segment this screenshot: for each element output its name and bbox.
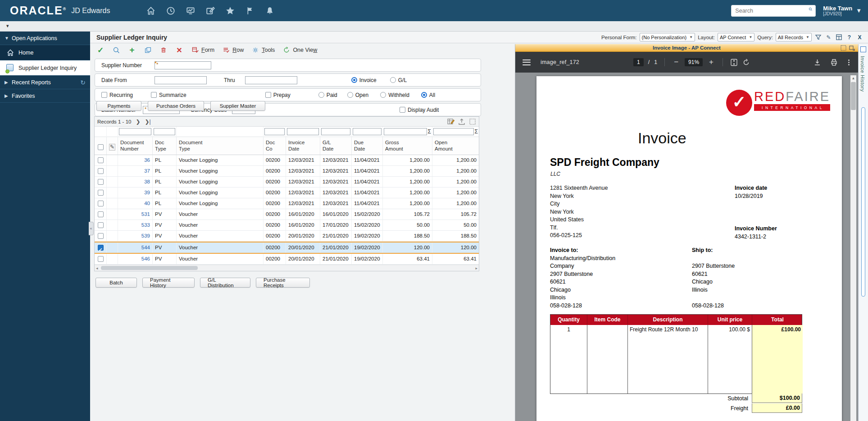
summarize-option[interactable]: Summarize <box>151 92 186 98</box>
query-select[interactable]: All Records▼ <box>776 33 812 41</box>
scroll-left-icon[interactable]: ◂ <box>96 265 98 271</box>
doc-number-link[interactable]: 38 <box>144 179 150 184</box>
col-doc-number[interactable]: Document Number <box>118 137 153 155</box>
doc-number-link[interactable]: 39 <box>144 190 150 195</box>
table-row[interactable]: 539 PV Voucher 00200 20/01/2020 21/01/20… <box>95 231 479 242</box>
filter-gross-amount[interactable] <box>384 128 427 135</box>
doc-number-link[interactable]: 533 <box>141 222 150 228</box>
dock-scrollbar-thumb[interactable] <box>861 107 865 297</box>
batch-button[interactable]: Batch <box>95 278 137 288</box>
find-icon[interactable] <box>112 46 120 54</box>
scroll-up-icon[interactable]: ▲ <box>850 75 856 81</box>
row-checkbox[interactable] <box>98 222 104 228</box>
search-icon[interactable] <box>809 7 813 14</box>
col-invoice-date[interactable]: Invoice Date <box>286 137 320 155</box>
thru-input[interactable] <box>245 76 297 84</box>
reports-monitor-icon[interactable] <box>186 6 195 16</box>
hamburger-menu-icon[interactable] <box>523 59 531 65</box>
filter-due-date[interactable] <box>353 128 382 135</box>
clock-icon[interactable] <box>166 6 176 16</box>
menu-caret-icon[interactable]: ▾ <box>6 23 9 29</box>
table-row[interactable]: 38 PL Voucher Logging 00200 12/03/2021 1… <box>95 177 479 188</box>
scrollbar-thumb[interactable] <box>851 82 856 110</box>
doc-number-link[interactable]: 546 <box>141 256 150 261</box>
help-icon[interactable]: ? <box>845 33 853 41</box>
download-icon[interactable] <box>813 59 821 66</box>
close-application-icon[interactable]: X <box>856 33 863 41</box>
vertical-scrollbar[interactable]: ▲ <box>850 75 856 421</box>
filter-funnel-icon[interactable] <box>814 33 822 41</box>
open-option[interactable]: Open <box>347 92 368 98</box>
restore-panel-icon[interactable] <box>841 45 846 51</box>
table-row[interactable]: 546 PV Voucher 00200 20/01/2020 21/01/20… <box>95 254 479 265</box>
doc-number-link[interactable]: 40 <box>144 201 150 206</box>
fit-page-icon[interactable] <box>730 59 738 66</box>
gl-radio[interactable] <box>390 77 396 83</box>
display-audit-checkbox[interactable] <box>400 107 405 113</box>
date-from-input[interactable] <box>155 76 207 84</box>
star-icon[interactable] <box>225 6 235 16</box>
filter-doc-type[interactable] <box>154 128 175 135</box>
purchase-orders-button[interactable]: Purchase Orders <box>148 101 204 111</box>
prepay-option[interactable]: Prepay <box>265 92 291 98</box>
row-checkbox[interactable] <box>98 211 104 217</box>
col-due-date[interactable]: Due Date <box>352 137 383 155</box>
filter-invoice-date[interactable] <box>287 128 319 135</box>
table-row[interactable]: 533 PV Voucher 00200 16/01/2020 17/01/20… <box>95 220 479 231</box>
one-view-menu[interactable]: One View <box>282 46 317 54</box>
row-checkbox[interactable] <box>98 256 104 262</box>
filter-gl-date[interactable] <box>321 128 350 135</box>
doc-number-link[interactable]: 531 <box>141 211 150 217</box>
refresh-icon[interactable]: ↻ <box>80 79 86 86</box>
sum-open-icon[interactable]: Σ <box>475 128 478 135</box>
scroll-right-icon[interactable]: ▸ <box>475 265 477 271</box>
invoice-radio[interactable] <box>351 77 357 83</box>
doc-number-link[interactable]: 539 <box>141 233 150 238</box>
last-page-icon[interactable]: ❯| <box>145 119 151 125</box>
personal-form-select[interactable]: (No Personalization)▼ <box>640 33 695 41</box>
prepay-checkbox[interactable] <box>265 92 271 98</box>
col-doc-co[interactable]: Doc Co <box>264 137 286 155</box>
home-icon[interactable] <box>146 6 156 16</box>
sum-gross-icon[interactable]: Σ <box>428 128 431 135</box>
paid-option[interactable]: Paid <box>318 92 337 98</box>
user-menu[interactable]: Mike Tawn [JDV920] ▼ <box>823 5 862 16</box>
all-option[interactable]: All <box>421 92 435 98</box>
col-document-type[interactable]: Document Type <box>177 137 264 155</box>
row-checkbox[interactable] <box>98 201 104 206</box>
doc-number-link[interactable]: 36 <box>144 157 150 163</box>
table-row[interactable]: 39 PL Voucher Logging 00200 12/03/2021 1… <box>95 188 479 198</box>
recurring-checkbox[interactable] <box>101 92 107 98</box>
page-number-input[interactable]: 1 <box>633 58 644 66</box>
filter-doc-number[interactable] <box>119 128 151 135</box>
close-form-icon[interactable]: ✕ <box>175 46 183 54</box>
sidebar-item-supplier-ledger-inquiry[interactable]: Supplier Ledger Inquiry <box>0 60 90 76</box>
zoom-out-icon[interactable]: − <box>672 58 680 67</box>
flag-icon[interactable] <box>245 6 255 16</box>
col-open-amount[interactable]: Open Amount <box>432 137 479 155</box>
col-doc-type[interactable]: Doc Type <box>153 137 177 155</box>
row-checkbox[interactable] <box>98 157 104 163</box>
select-all-checkbox[interactable] <box>98 144 104 150</box>
summarize-checkbox[interactable] <box>151 92 157 98</box>
col-gross-amount[interactable]: Gross Amount <box>383 137 432 155</box>
filter-open-amount[interactable] <box>433 128 474 135</box>
gl-radio-option[interactable]: G/L <box>390 77 407 83</box>
dock-button-icon[interactable] <box>860 46 866 52</box>
col-gl-date[interactable]: G/L Date <box>320 137 352 155</box>
delete-icon[interactable] <box>159 46 168 54</box>
filter-doc-co[interactable] <box>264 128 285 135</box>
more-options-icon[interactable] <box>847 59 851 65</box>
recurring-option[interactable]: Recurring <box>101 92 133 98</box>
table-row[interactable]: 40 PL Voucher Logging 00200 12/03/2021 1… <box>95 198 479 209</box>
tools-menu[interactable]: Tools <box>251 46 275 54</box>
search-input[interactable] <box>734 7 809 14</box>
doc-number-link[interactable]: 544 <box>141 245 150 250</box>
supplier-number-input[interactable]: * <box>155 61 211 69</box>
row-checkbox[interactable] <box>98 233 104 239</box>
paid-radio[interactable] <box>318 92 324 98</box>
row-checkbox-checked[interactable] <box>98 245 104 251</box>
table-row[interactable]: 36 PL Voucher Logging 00200 12/03/2021 1… <box>95 155 479 166</box>
zoom-level[interactable]: 91% <box>685 58 703 66</box>
compose-icon[interactable] <box>205 6 215 16</box>
